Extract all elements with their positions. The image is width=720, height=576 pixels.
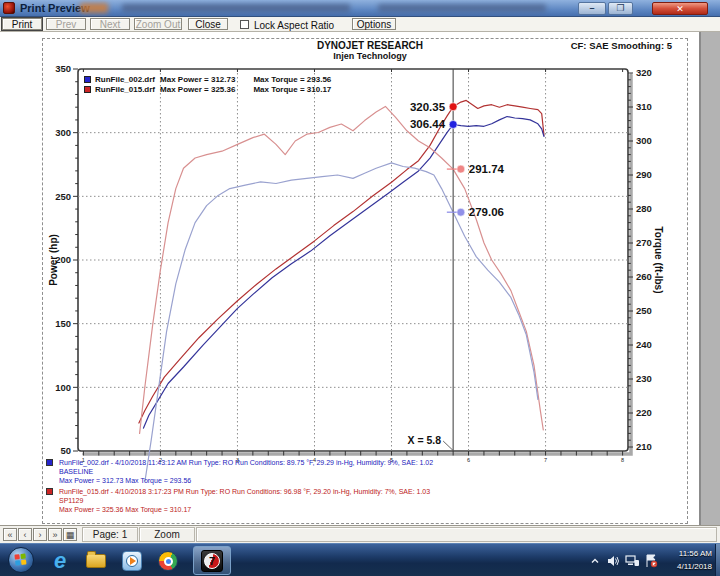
close-preview-button[interactable]: Close — [188, 18, 228, 30]
folder-icon — [86, 554, 106, 568]
lock-aspect-ratio-checkbox[interactable] — [240, 20, 249, 29]
tick-label-torque: 280 — [636, 203, 652, 214]
marker-label: 320.35 — [410, 101, 446, 113]
tick-label-torque: 320 — [636, 67, 652, 78]
marker-dot — [457, 165, 465, 173]
redacted-title-text — [122, 4, 350, 12]
marker-dot — [449, 103, 457, 111]
tick-label-torque: 300 — [636, 135, 652, 146]
cursor-x-label: X = 5.8 — [408, 434, 442, 446]
redacted-title-text — [378, 4, 546, 12]
lock-aspect-ratio-label: Lock Aspect Ratio — [254, 20, 334, 31]
tick-label-rpm: 8 — [621, 457, 624, 463]
tick-label-torque: 310 — [636, 101, 652, 112]
run-line2: BASELINE — [59, 467, 433, 476]
tick-label-rpm: 7 — [544, 457, 547, 463]
options-button[interactable]: Options — [352, 18, 396, 30]
marker-dot — [449, 120, 457, 128]
legend-swatch-blue — [84, 76, 91, 83]
tick-label-torque: 230 — [636, 373, 652, 384]
chrome-icon — [158, 551, 178, 571]
tray-expand-button[interactable] — [590, 544, 600, 576]
tick-label-torque: 260 — [636, 271, 652, 282]
network-icon — [625, 554, 640, 568]
show-desktop-button[interactable] — [715, 544, 720, 576]
legend-row: RunFile_002.drf Max Power = 312.73 Max T… — [84, 75, 331, 84]
run-line1: RunFile_015.drf - 4/10/2018 3:17:23 PM R… — [59, 487, 430, 496]
maximize-button[interactable]: ❐ — [608, 2, 633, 15]
taskbar-item-media-player[interactable] — [120, 549, 144, 573]
tick-label-power: 350 — [55, 63, 71, 74]
taskbar-item-explorer[interactable] — [84, 549, 108, 573]
dyno-chart[interactable]: 3503002502001501005032031030029028027026… — [0, 32, 720, 525]
internet-explorer-icon: e — [54, 551, 66, 571]
dynojet-app-icon: 7 — [201, 550, 223, 572]
taskbar: e 7 — [0, 543, 720, 576]
tick-label-power: 250 — [55, 191, 71, 202]
marker-label: 306.44 — [410, 118, 446, 130]
run-swatch-blue — [46, 459, 53, 466]
thumbnail-view-button[interactable]: ▦ — [63, 528, 77, 541]
tick-label-power: 150 — [55, 318, 71, 329]
legend-row: RunFile_015.drf Max Power = 325.36 Max T… — [84, 85, 331, 94]
zoom-out-button[interactable]: Zoom Out — [134, 18, 182, 30]
status-panel — [196, 527, 717, 542]
preview-footer: « ‹ › » ▦ Page: 1 Zoom — [0, 525, 720, 543]
legend-max-torque: Max Torque = 310.17 — [253, 85, 331, 94]
chevron-up-icon — [590, 556, 600, 566]
tick-label-power: 300 — [55, 127, 71, 138]
print-button[interactable]: Print — [2, 18, 42, 30]
volume-tray-icon[interactable] — [606, 544, 620, 576]
first-page-button[interactable]: « — [3, 528, 17, 541]
legend-swatch-red — [84, 86, 91, 93]
tick-label-rpm: 6 — [467, 457, 470, 463]
marker-label: 279.06 — [469, 206, 504, 218]
tick-label-power: 100 — [55, 382, 71, 393]
taskbar-item-chrome[interactable] — [156, 549, 180, 573]
taskbar-item-winpep-active[interactable]: 7 — [193, 546, 231, 575]
tick-label-torque: 270 — [636, 237, 652, 248]
tick-label-torque: 250 — [636, 305, 652, 316]
run-swatch-red — [46, 488, 53, 495]
legend-file: RunFile_002.drf — [95, 75, 155, 84]
next-page-button[interactable]: › — [33, 528, 47, 541]
title-bar: Print Preview – ❐ ✕ — [0, 0, 720, 17]
run-line3: Max Power = 325.36 Max Torque = 310.17 — [59, 505, 430, 514]
windows-logo-icon — [14, 553, 27, 566]
power-axis-title: Power (hp) — [48, 234, 59, 286]
run-line3: Max Power = 312.73 Max Torque = 293.56 — [59, 476, 433, 485]
last-page-button[interactable]: » — [48, 528, 62, 541]
redacted-title-text — [80, 3, 108, 13]
tick-label-torque: 290 — [636, 169, 652, 180]
marker-dot — [457, 208, 465, 216]
legend-file: RunFile_015.drf — [95, 85, 155, 94]
action-center-tray-icon[interactable] — [644, 544, 658, 576]
media-player-icon — [122, 551, 142, 571]
page-indicator: Page: 1 — [82, 527, 138, 542]
minimize-button[interactable]: – — [578, 2, 606, 15]
network-tray-icon[interactable] — [625, 544, 640, 576]
start-button[interactable] — [8, 547, 34, 573]
tick-label-torque: 220 — [636, 407, 652, 418]
tick-label-power: 50 — [60, 445, 71, 456]
prev-button[interactable]: Prev — [46, 18, 86, 30]
app-icon — [3, 2, 15, 14]
speaker-icon — [606, 554, 620, 568]
run-line1: RunFile_002.drf - 4/10/2018 11:43:12 AM … — [59, 458, 433, 467]
run-annotation-baseline: RunFile_002.drf - 4/10/2018 11:43:12 AM … — [46, 458, 433, 485]
next-button[interactable]: Next — [90, 18, 130, 30]
taskbar-clock[interactable]: 11:56 AM 4/11/2018 — [660, 547, 712, 573]
clock-time: 11:56 AM — [660, 547, 712, 560]
legend-max-power: Max Power = 325.36 — [160, 85, 235, 94]
marker-label: 291.74 — [469, 163, 505, 175]
preview-area: DYNOJET RESEARCH Injen Technology CF: SA… — [0, 32, 720, 525]
prev-page-button[interactable]: ‹ — [18, 528, 32, 541]
taskbar-item-internet-explorer[interactable]: e — [48, 549, 72, 573]
clock-date: 4/11/2018 — [660, 560, 712, 573]
legend-max-power: Max Power = 312.73 — [160, 75, 235, 84]
screen: Print Preview – ❐ ✕ Print Prev Next Zoom… — [0, 0, 720, 576]
flag-icon — [644, 554, 658, 568]
tick-label-torque: 210 — [636, 441, 652, 452]
zoom-indicator[interactable]: Zoom — [139, 527, 195, 542]
close-window-button[interactable]: ✕ — [652, 2, 708, 15]
